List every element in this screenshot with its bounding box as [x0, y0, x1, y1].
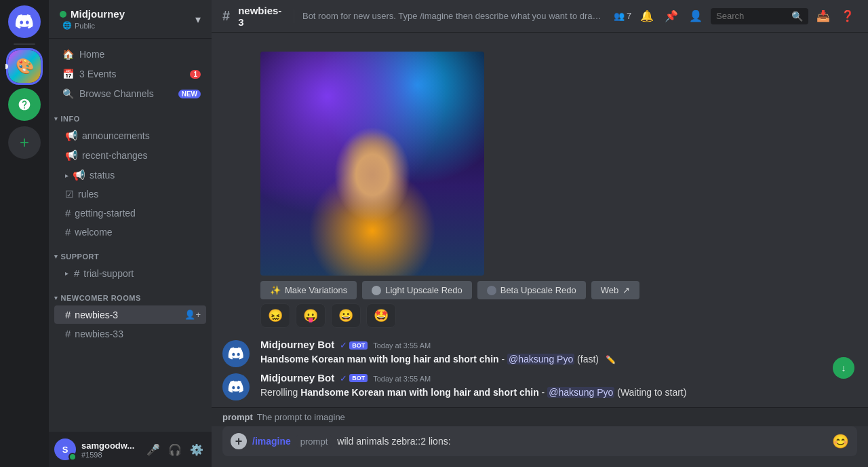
- message-group-3: Midjourney Bot ✓ BOT Today at 3:55 AM Re…: [212, 371, 868, 401]
- beta-upscale-redo-button[interactable]: Beta Upscale Redo: [477, 281, 586, 299]
- category-info[interactable]: ▾ INFO: [49, 104, 212, 126]
- hash-icon: #: [65, 309, 71, 320]
- command-label: /imagine: [252, 436, 291, 447]
- server-status: 🌐 Public: [60, 20, 125, 30]
- inbox-icon[interactable]: 📥: [814, 7, 833, 26]
- message-author-2: Midjourney Bot: [260, 339, 334, 350]
- light-upscale-redo-button[interactable]: Light Upscale Redo: [362, 281, 471, 299]
- emoji-button[interactable]: 😊: [832, 433, 849, 449]
- verified-check-icon: ✓: [340, 340, 347, 350]
- username: samgoodw...: [81, 441, 138, 451]
- fast-badge: (fast): [577, 354, 599, 365]
- channel-description: Bot room for new users. Type /imagine th…: [302, 11, 605, 21]
- reroll-bold: Handsome Korean man with long hair and s…: [300, 387, 539, 398]
- reaction-buttons: 😖 😛 😀 🤩: [260, 303, 857, 328]
- main-content: # newbies-3 Bot room for new users. Type…: [212, 0, 868, 467]
- prompt-badge: prompt: [296, 435, 332, 448]
- channel-status[interactable]: ▸ 📢 status: [54, 166, 206, 185]
- add-server-button[interactable]: +: [8, 126, 41, 159]
- image-embed: [260, 52, 857, 276]
- help-icon[interactable]: ❓: [838, 7, 857, 26]
- microphone-button[interactable]: 🎤: [144, 440, 163, 459]
- image-content: [260, 52, 484, 276]
- message-author-3: Midjourney Bot: [260, 372, 334, 384]
- server-name: Midjourney: [60, 8, 125, 20]
- channel-trial-support[interactable]: ▸ # trial-support: [54, 264, 206, 282]
- web-button[interactable]: Web ↗: [591, 281, 640, 299]
- members-icon[interactable]: 👥 7: [613, 7, 632, 26]
- channel-header: # newbies-3 Bot room for new users. Type…: [212, 0, 868, 33]
- browse-icon: 🔍: [62, 88, 74, 99]
- channel-rules[interactable]: ☑ rules: [54, 185, 206, 203]
- nav-item-home[interactable]: 🏠 Home: [54, 45, 206, 64]
- nav-item-events[interactable]: 📅 3 Events 1: [54, 64, 206, 83]
- search-input[interactable]: [716, 11, 787, 21]
- discord-home-button[interactable]: [8, 5, 41, 38]
- home-icon: 🏠: [62, 49, 74, 60]
- rules-icon: ☑: [65, 189, 74, 200]
- midjourney-server-icon[interactable]: 🎨: [8, 50, 41, 83]
- user-tag: #1598: [81, 451, 138, 459]
- explore-servers-button[interactable]: [8, 88, 41, 121]
- message-time-3: Today at 3:55 AM: [373, 375, 431, 383]
- category-newcomer-rooms[interactable]: ▾ NEWCOMER ROOMS: [49, 283, 212, 305]
- user-controls: 🎤 🎧 ⚙️: [144, 440, 206, 459]
- channel-newbies-33[interactable]: # newbies-33: [54, 324, 206, 343]
- header-divider: [294, 10, 294, 23]
- member-count: 7: [627, 11, 631, 21]
- reaction-grin[interactable]: 😀: [331, 303, 361, 328]
- members-panel-icon[interactable]: 👤: [686, 7, 705, 26]
- add-attachment-button[interactable]: +: [231, 433, 247, 449]
- channel-welcome[interactable]: # welcome: [54, 223, 206, 241]
- generated-image: [260, 52, 484, 276]
- message-header-3: Midjourney Bot ✓ BOT Today at 3:55 AM: [260, 372, 857, 384]
- reaction-tongue[interactable]: 😛: [296, 303, 326, 328]
- notification-icon[interactable]: 🔔: [637, 7, 656, 26]
- chat-input-wrapper: + /imagine prompt 😊: [222, 426, 857, 456]
- pin-icon[interactable]: 📌: [662, 7, 681, 26]
- reaction-anguished[interactable]: 😖: [260, 303, 290, 328]
- message-header-2: Midjourney Bot ✓ BOT Today at 3:55 AM: [260, 339, 857, 350]
- user-info: samgoodw... #1598: [81, 441, 138, 459]
- chat-input-area: + /imagine prompt 😊: [212, 426, 868, 467]
- prompt-hint-label: prompt: [222, 412, 253, 422]
- bot-avatar-3: [222, 373, 250, 400]
- nav-item-browse[interactable]: 🔍 Browse Channels NEW: [54, 84, 206, 103]
- search-bar[interactable]: 🔍: [711, 8, 808, 24]
- chat-input[interactable]: [337, 436, 827, 447]
- server-header[interactable]: Midjourney 🌐 Public ▾: [49, 0, 212, 39]
- channel-recent-changes[interactable]: 📢 recent-changes: [54, 146, 206, 165]
- channel-getting-started[interactable]: # getting-started: [54, 204, 206, 222]
- server-sidebar: 🎨 +: [0, 0, 49, 467]
- message-time-2: Today at 3:55 AM: [373, 341, 431, 350]
- scroll-to-bottom-button[interactable]: ↓: [833, 357, 854, 379]
- message-group-image: ✨ Make Variations Light Upscale Redo Bet…: [212, 45, 868, 333]
- message-content-2: Handsome Korean man with long hair and s…: [260, 353, 857, 367]
- add-member-icon[interactable]: 👤+: [184, 310, 201, 320]
- hash-icon: #: [65, 328, 71, 339]
- messages-area: ✨ Make Variations Light Upscale Redo Bet…: [212, 33, 868, 407]
- mention-haksung: @haksung Pyo: [507, 354, 574, 365]
- headphones-button[interactable]: 🎧: [165, 440, 184, 459]
- chevron-down-icon: ▾: [54, 253, 58, 260]
- events-icon: 📅: [62, 69, 74, 79]
- avatar: S: [54, 438, 76, 460]
- header-actions: 👥 7 🔔 📌 👤 🔍 📥 ❓: [613, 7, 857, 26]
- user-panel: S samgoodw... #1598 🎤 🎧 ⚙️: [49, 432, 212, 467]
- make-variations-button[interactable]: ✨ Make Variations: [260, 281, 357, 299]
- light-upscale-icon: [372, 286, 381, 295]
- bot-badge-3: BOT: [349, 374, 368, 382]
- reaction-star-eyes[interactable]: 🤩: [366, 303, 396, 328]
- channel-hash-icon: #: [222, 8, 230, 24]
- category-support[interactable]: ▾ SUPPORT: [49, 242, 212, 263]
- hash-icon: 📢: [73, 169, 85, 181]
- settings-button[interactable]: ⚙️: [187, 440, 206, 459]
- channel-newbies-3[interactable]: # newbies-3 👤+: [54, 305, 206, 324]
- search-icon: 🔍: [791, 11, 803, 22]
- online-indicator: [60, 11, 66, 18]
- bot-badge: BOT: [349, 341, 368, 350]
- browse-badge: NEW: [178, 90, 201, 98]
- hash-icon: 📢: [65, 149, 78, 162]
- chevron-right-icon: ▸: [65, 269, 68, 277]
- channel-announcements[interactable]: 📢 announcements: [54, 126, 206, 145]
